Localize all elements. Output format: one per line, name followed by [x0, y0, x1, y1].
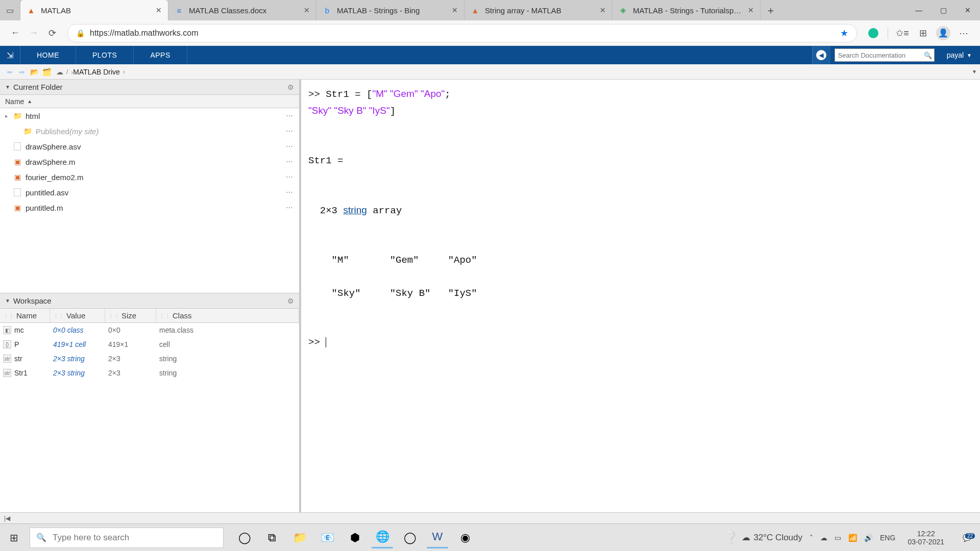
ws-col-class[interactable]: ⋮⋮Class — [156, 309, 299, 322]
up-folder-icon[interactable]: 📂 — [29, 66, 40, 78]
ribbon-collapse-icon[interactable]: ⇲ — [0, 46, 20, 64]
app-icon-1[interactable]: ⬢ — [344, 527, 365, 548]
tab-close-icon[interactable]: ✕ — [156, 6, 162, 14]
user-menu[interactable]: payal ▼ — [939, 46, 980, 64]
file-row[interactable]: drawSphere.asv⋯ — [0, 139, 299, 154]
tab-close-icon[interactable]: ✕ — [748, 6, 754, 14]
volume-icon[interactable]: 🔊 — [864, 534, 873, 542]
file-row-menu-icon[interactable]: ⋯ — [286, 158, 294, 166]
ribbon-tab-plots[interactable]: PLOTS — [76, 46, 134, 64]
browser-tab[interactable]: ≡ MATLAB Classes.docx ✕ — [168, 0, 316, 20]
help-bubble-icon[interactable]: ❔ — [720, 527, 742, 548]
back-button[interactable]: ← — [6, 24, 24, 42]
alexa-icon[interactable]: ◯ — [399, 527, 421, 548]
onedrive-icon[interactable]: ☁ — [820, 534, 827, 542]
weather-widget[interactable]: ☁ 32°C Cloudy — [742, 532, 802, 543]
file-row[interactable]: ▣fourier_demo2.m⋯ — [0, 169, 299, 185]
taskbar-search-placeholder: Type here to search — [53, 533, 129, 543]
profile-avatar[interactable]: 👤 — [934, 24, 952, 42]
browser-tab[interactable]: b MATLAB - Strings - Bing ✕ — [316, 0, 464, 20]
workspace-row[interactable]: strStr1 2×3 string 2×3 string — [0, 366, 299, 380]
tab-close-icon[interactable]: ✕ — [452, 6, 458, 14]
mail-icon[interactable]: 📧 — [316, 527, 338, 548]
cortana-icon[interactable]: ◯ — [234, 527, 255, 548]
history-back-icon[interactable]: ⬅ — [4, 66, 15, 78]
ribbon-tab-home[interactable]: HOME — [20, 46, 76, 64]
tray-expand-icon[interactable]: ˄ — [810, 534, 813, 542]
grammarly-icon[interactable] — [864, 24, 883, 42]
refresh-button[interactable]: ⟳ — [43, 24, 61, 42]
workspace-row[interactable]: strstr 2×3 string 2×3 string — [0, 352, 299, 366]
workspace-header[interactable]: ▼ Workspace ⚙ — [0, 293, 299, 309]
file-list-header[interactable]: Name ▲ — [0, 95, 299, 108]
workspace-row[interactable]: {}P 419×1 cell 419×1 cell — [0, 337, 299, 352]
panel-menu-icon[interactable]: ⚙ — [287, 297, 294, 305]
chevron-down-icon: ▼ — [967, 53, 972, 58]
file-row[interactable]: ▣drawSphere.m⋯ — [0, 154, 299, 169]
file-row[interactable]: puntitled.asv⋯ — [0, 185, 299, 200]
tab-close-icon[interactable]: ✕ — [304, 6, 310, 14]
taskbar-clock[interactable]: 12:22 03-07-2021 — [902, 530, 949, 546]
browser-tab[interactable]: ◈ MATLAB - Strings - Tutorialspoin ✕ — [612, 0, 761, 20]
new-tab-button[interactable]: ＋ — [761, 0, 781, 20]
ws-col-size[interactable]: ⋮⋮Size — [105, 309, 156, 322]
wifi-icon[interactable]: 📶 — [848, 534, 857, 542]
ribbon-tab-apps[interactable]: APPS — [134, 46, 187, 64]
file-row-menu-icon[interactable]: ⋯ — [286, 142, 294, 151]
history-fwd-icon[interactable]: ➡ — [16, 66, 28, 78]
ws-col-name[interactable]: ⋮⋮Name — [0, 309, 50, 322]
string-type-link[interactable]: string — [343, 205, 366, 215]
workspace-row[interactable]: ◧mc 0×0 class 0×0 meta.class — [0, 323, 299, 337]
current-folder-header[interactable]: ▼ Current Folder ⚙ — [0, 80, 299, 95]
file-icon — [12, 188, 22, 196]
more-menu-button[interactable]: ⋯ — [954, 24, 973, 42]
start-button[interactable]: ⊞ — [0, 524, 28, 552]
var-type-badge: str — [3, 355, 11, 363]
doc-search-input[interactable] — [838, 52, 924, 59]
panel-menu-icon[interactable]: ⚙ — [287, 83, 294, 91]
mfile-icon: ▣ — [12, 204, 22, 212]
doc-search[interactable]: 🔍 — [835, 48, 935, 62]
search-icon: 🔍 — [36, 533, 46, 542]
task-view-icon[interactable]: ⧉ — [261, 527, 283, 548]
favorites-button[interactable]: ✩≡ — [893, 24, 912, 42]
address-bar[interactable]: 🔒 ★ — [67, 24, 857, 42]
search-icon: 🔍 — [924, 52, 932, 59]
ws-col-value[interactable]: ⋮⋮Value — [50, 309, 105, 322]
workspace-columns[interactable]: ⋮⋮Name⋮⋮Value⋮⋮Size⋮⋮Class — [0, 309, 299, 323]
window-close-button[interactable]: ✕ — [955, 0, 980, 20]
file-row-menu-icon[interactable]: ⋯ — [286, 173, 294, 181]
file-row-menu-icon[interactable]: ⋯ — [286, 127, 294, 135]
window-maximize-button[interactable]: ▢ — [931, 0, 955, 20]
collections-button[interactable]: ⊞ — [914, 24, 932, 42]
ime-lang[interactable]: ENG — [880, 534, 895, 542]
forward-button[interactable]: → — [24, 24, 43, 42]
taskbar-search[interactable]: 🔍 Type here to search — [30, 528, 224, 548]
breadcrumb-root[interactable]: MATLAB Drive — [73, 68, 120, 76]
tab-actions-icon[interactable]: ▭ — [0, 0, 20, 20]
url-input[interactable] — [90, 29, 836, 38]
file-row[interactable]: 📁Published (my site)⋯ — [0, 123, 299, 139]
window-minimize-button[interactable]: — — [906, 0, 931, 20]
command-window[interactable]: >> Str1 = ["M" "Gem" "Apo"; "Sky" "Sky B… — [301, 80, 980, 512]
file-row[interactable]: ▸📁html⋯ — [0, 108, 299, 123]
file-row-menu-icon[interactable]: ⋯ — [286, 112, 294, 120]
expand-triangle-icon[interactable]: ▸ — [5, 113, 12, 119]
tab-close-icon[interactable]: ✕ — [600, 6, 606, 14]
action-center-icon[interactable]: 💬22 — [957, 534, 977, 542]
browser-tab[interactable]: ▲ MATLAB ✕ — [20, 0, 168, 20]
tab-favicon: ▲ — [471, 6, 480, 15]
browser-tab[interactable]: ▲ String array - MATLAB ✕ — [464, 0, 612, 20]
battery-icon[interactable]: ▭ — [835, 534, 841, 542]
word-icon[interactable]: W — [427, 527, 448, 548]
ribbon-help-badge[interactable]: ◀ — [812, 46, 830, 64]
edge-browser-icon[interactable]: 🌐 — [372, 527, 393, 548]
file-row[interactable]: ▣puntitled.m⋯ — [0, 200, 299, 215]
browse-folder-icon[interactable]: 🗂️ — [41, 66, 52, 78]
chrome-icon[interactable]: ◉ — [454, 527, 476, 548]
favorite-star-icon[interactable]: ★ — [840, 28, 848, 39]
breadcrumb-expand-icon[interactable]: ▼ — [972, 69, 977, 74]
file-explorer-icon[interactable]: 📁 — [289, 527, 310, 548]
file-row-menu-icon[interactable]: ⋯ — [286, 204, 294, 212]
file-row-menu-icon[interactable]: ⋯ — [286, 188, 294, 196]
